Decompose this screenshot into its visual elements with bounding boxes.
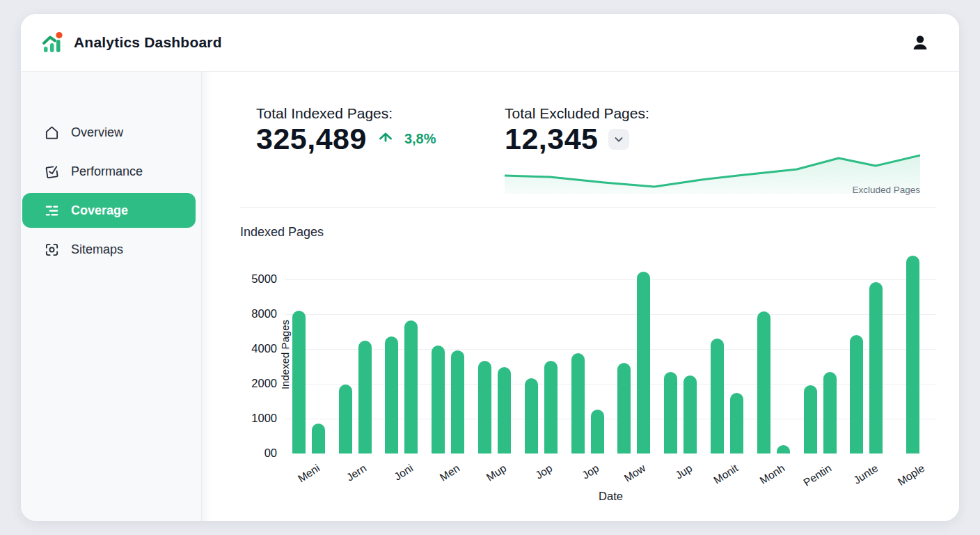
arrow-up-icon (377, 129, 395, 150)
bar[interactable] (869, 282, 883, 453)
user-avatar-icon[interactable] (910, 33, 930, 52)
bar[interactable] (850, 335, 863, 454)
sidebar-item-label: Coverage (71, 203, 128, 218)
bar[interactable] (451, 350, 464, 453)
bar[interactable] (544, 361, 558, 454)
bar[interactable] (498, 367, 511, 454)
bar[interactable] (432, 346, 445, 453)
bar[interactable] (591, 410, 604, 454)
sidebar-item-performance[interactable]: Performance (22, 154, 196, 189)
header: Analytics Dashboard (21, 14, 959, 72)
sidebar-item-label: Overview (71, 125, 123, 140)
scan-icon (43, 241, 60, 258)
y-tick-label: 1000 (214, 412, 277, 425)
bar[interactable] (385, 336, 398, 454)
y-tick-label: 5000 (214, 272, 277, 286)
bar[interactable] (404, 320, 418, 453)
bar[interactable] (358, 341, 372, 453)
dashboard-card: Analytics Dashboard Overview (21, 14, 959, 521)
y-tick-label: 4000 (214, 342, 277, 355)
bar[interactable] (664, 372, 677, 454)
analytics-logo-icon (40, 31, 64, 54)
sparkline-label: Excluded Pages (852, 185, 920, 195)
bar[interactable] (711, 339, 724, 454)
stat-delta: 3,8% (404, 131, 436, 147)
app-title: Analytics Dashboard (74, 34, 222, 51)
bar[interactable] (906, 256, 919, 454)
y-tick-label: 2000 (214, 377, 277, 390)
check-square-icon (43, 163, 60, 180)
bar[interactable] (525, 378, 538, 453)
coverage-icon (43, 202, 60, 219)
bar-chart-title: Indexed Pages (240, 225, 324, 240)
stat-value: 325,489 (256, 122, 367, 156)
bar[interactable] (804, 385, 817, 453)
main-content: Total Indexed Pages: 325,489 3,8% Total … (202, 72, 959, 521)
sidebar-item-sitemaps[interactable]: Sitemaps (22, 232, 196, 267)
gridline (285, 279, 936, 280)
stat-total-excluded: Total Excluded Pages: 12,345 (505, 105, 649, 156)
stat-total-indexed: Total Indexed Pages: 325,489 3,8% (256, 105, 436, 156)
bar[interactable] (757, 311, 770, 453)
bar[interactable] (777, 445, 790, 454)
sidebar-item-overview[interactable]: Overview (22, 115, 196, 150)
bar[interactable] (823, 372, 837, 454)
sidebar: Overview Performance Coverage (21, 72, 202, 521)
y-axis-title: Indexed Pages (279, 302, 291, 407)
bar[interactable] (571, 353, 585, 453)
gridline (285, 384, 936, 385)
gridline (285, 314, 936, 315)
sidebar-item-coverage[interactable]: Coverage (22, 193, 196, 228)
bar[interactable] (730, 393, 743, 454)
gridline (285, 349, 936, 350)
sidebar-item-label: Sitemaps (71, 242, 123, 257)
bar[interactable] (292, 311, 306, 453)
section-divider (240, 207, 936, 208)
bar-plot: Indexed Pages Date 001000200040008000500… (285, 255, 936, 453)
bar[interactable] (683, 375, 697, 454)
sidebar-item-label: Performance (71, 164, 143, 179)
chevron-down-icon[interactable] (608, 129, 629, 150)
bar[interactable] (617, 363, 631, 454)
bar[interactable] (478, 361, 491, 454)
gridline (285, 419, 936, 419)
y-tick-label: 8000 (214, 307, 277, 320)
stat-label: Total Excluded Pages: (505, 105, 649, 122)
bar[interactable] (339, 385, 352, 453)
bar[interactable] (637, 272, 650, 453)
y-tick-label: 00 (214, 447, 277, 460)
bar[interactable] (312, 424, 325, 453)
home-icon (43, 124, 60, 141)
stat-label: Total Indexed Pages: (256, 105, 436, 122)
